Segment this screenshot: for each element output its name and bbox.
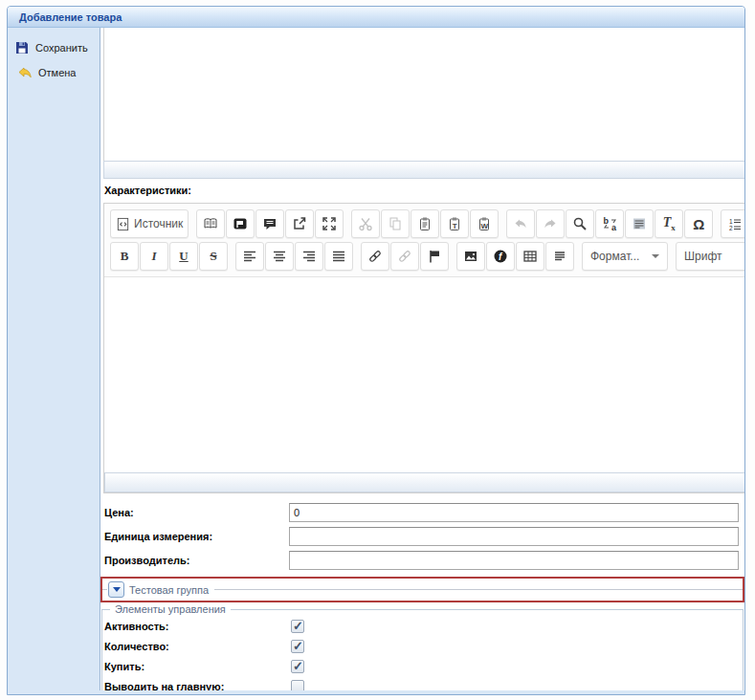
justify-icon [331,249,346,264]
cancel-label: Отмена [38,67,76,78]
cut-button[interactable] [351,209,380,238]
svg-text:2: 2 [729,225,733,231]
bold-button[interactable]: B [110,242,139,271]
manufacturer-label: Производитель: [104,555,189,566]
flag-box-icon [233,216,248,231]
group-highlight-box: Тестовая группа [100,577,744,602]
description-editor-content[interactable] [103,28,744,161]
characteristics-editor-content[interactable] [104,277,744,472]
show-on-main-label: Выводить на главную: [104,681,224,690]
unlink-icon [397,249,412,264]
add-product-window: Добавление товара Сохранить [7,6,745,695]
replace-button[interactable]: b a [595,209,624,238]
unlink-button[interactable] [390,242,419,271]
special-char-button[interactable]: Ω [684,209,713,238]
checkbox-row: Выводить на главную: [102,680,743,690]
magnifier-icon [572,216,588,231]
undo-icon [513,216,528,231]
active-label: Активность: [104,621,169,632]
svg-text:W: W [481,222,489,230]
description-editor-bottombar [103,161,744,179]
save-label: Сохранить [35,42,88,54]
align-center-button[interactable] [265,242,294,271]
paste-icon [417,216,433,231]
toolbar-row-2: B I U S [110,242,744,271]
new-page-button[interactable] [226,209,255,238]
group-collapse-button[interactable] [108,581,124,598]
manufacturer-input[interactable] [289,551,739,570]
copy-icon [388,216,403,231]
horizontal-rule-icon [552,249,567,264]
checkbox-row: Купить: [102,660,743,675]
select-all-button[interactable] [625,209,654,238]
characteristics-editor-bottombar [104,472,744,492]
open-external-button[interactable] [285,209,314,238]
preview-button[interactable] [255,209,284,238]
source-button[interactable]: Источник [110,209,189,238]
table-button[interactable] [516,242,544,271]
format-dropdown[interactable]: Формат... [582,242,668,271]
paste-from-word-icon: W [477,216,492,231]
flag-icon [427,249,442,264]
link-button[interactable] [361,242,389,271]
characteristics-label: Характеристики: [104,185,191,196]
page: Добавление товара Сохранить [0,0,755,700]
align-right-button[interactable] [295,242,323,271]
underline-button[interactable]: U [169,242,198,271]
templates-button[interactable] [196,209,225,238]
paste-plain-text-button[interactable]: T [440,209,469,238]
paste-from-word-button[interactable]: W [470,209,499,238]
book-icon [203,216,218,231]
checkbox-row: Количество: [102,640,743,655]
price-input[interactable] [289,503,739,522]
speech-bubble-icon [262,216,278,231]
quantity-checkbox[interactable] [291,640,304,653]
characteristics-editor: Источник [103,203,744,493]
unit-label: Единица измерения: [104,531,212,542]
svg-text:T: T [453,222,457,230]
cancel-button[interactable]: Отмена [8,61,100,84]
strikethrough-button[interactable]: S [199,242,228,271]
numbered-list-button[interactable]: 1 2 [721,209,744,238]
undo-button[interactable] [506,209,535,238]
remove-format-button[interactable]: Tx [655,209,683,238]
justify-button[interactable] [324,242,353,271]
copy-button[interactable] [381,209,410,238]
image-button[interactable] [456,242,485,271]
font-dropdown[interactable]: Шрифт [676,242,744,271]
floppy-disk-icon [14,40,30,55]
flash-button[interactable]: f [486,242,515,271]
link-icon [367,249,383,264]
svg-text:a: a [611,223,617,232]
maximize-icon [322,216,337,231]
find-button[interactable] [566,209,594,238]
show-on-main-checkbox[interactable] [291,680,304,690]
toolbar-row-1: Источник [110,209,744,238]
open-external-icon [292,216,307,231]
select-all-icon [632,216,647,231]
align-center-icon [272,249,287,264]
editor-toolbar: Источник [104,204,744,277]
align-left-button[interactable] [235,242,264,271]
replace-icon: b a [602,216,618,231]
window-titlebar: Добавление товара [8,7,744,28]
table-icon [522,249,538,264]
redo-button[interactable] [536,209,565,238]
active-checkbox[interactable] [291,620,304,633]
anchor-button[interactable] [420,242,449,271]
horizontal-rule-button[interactable] [545,242,574,271]
paste-button[interactable] [411,209,439,238]
buy-label: Купить: [104,661,144,672]
main-panel: Характеристики: Источник [100,28,744,690]
redo-icon [543,216,558,231]
unit-input[interactable] [289,527,739,546]
svg-text:b: b [603,216,609,226]
save-button[interactable]: Сохранить [8,36,100,59]
controls-fieldset: Элементы управления Активность: Количест… [101,609,744,690]
numbered-list-icon: 1 2 [727,216,743,231]
maximize-button[interactable] [315,209,344,238]
window-body: Сохранить Отмена Характеристики: [8,28,744,690]
quantity-label: Количество: [104,641,169,652]
italic-button[interactable]: I [140,242,168,271]
buy-checkbox[interactable] [291,660,304,673]
